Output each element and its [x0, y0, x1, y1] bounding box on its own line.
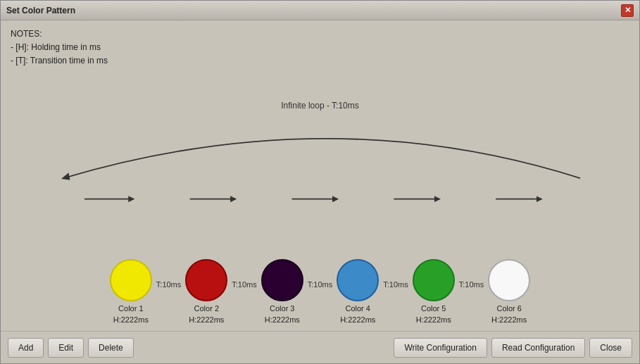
- notes-line2: - [T]: Transition time in ms: [11, 54, 629, 68]
- window-title: Set Color Pattern: [6, 6, 75, 15]
- color-2-circle: [185, 259, 227, 301]
- edit-button[interactable]: Edit: [48, 338, 84, 358]
- color-3-holding: H:2222ms: [265, 315, 300, 324]
- color-4-circle: [337, 259, 379, 301]
- color-2-item: Color 2 H:2222ms: [185, 259, 227, 324]
- close-button[interactable]: Close: [589, 338, 632, 358]
- transition-4-label: T:10ms: [383, 280, 408, 303]
- read-configuration-button[interactable]: Read Configuration: [491, 338, 585, 358]
- notes-section: NOTES: - [H]: Holding time in ms - [T]: …: [11, 27, 629, 68]
- loop-label: Infinite loop - T:10ms: [281, 101, 359, 111]
- color-5-item: Color 5 H:2222ms: [413, 259, 455, 324]
- color-2-label: Color 2: [194, 304, 219, 313]
- delete-button[interactable]: Delete: [88, 338, 134, 358]
- color-1-item: Color 1 H:2222ms: [110, 259, 152, 324]
- color-5-circle: [413, 259, 455, 301]
- title-bar: Set Color Pattern ✕: [1, 1, 639, 20]
- bottom-bar: Add Edit Delete Write Configuration Read…: [1, 331, 639, 363]
- transition-1-label: T:10ms: [156, 280, 181, 303]
- color-1-label: Color 1: [118, 304, 143, 313]
- main-window: Set Color Pattern ✕ NOTES: - [H]: Holdin…: [0, 0, 640, 364]
- transition-2-label: T:10ms: [232, 280, 256, 303]
- notes-header: NOTES:: [11, 27, 629, 41]
- color-6-circle: [488, 259, 530, 301]
- color-2-holding: H:2222ms: [189, 315, 224, 324]
- color-3-label: Color 3: [270, 304, 294, 313]
- color-5-label: Color 5: [421, 304, 446, 313]
- transition-5-label: T:10ms: [459, 280, 484, 303]
- color-5-holding: H:2222ms: [416, 315, 451, 324]
- color-3-item: Color 3 H:2222ms: [261, 259, 303, 324]
- notes-line1: - [H]: Holding time in ms: [11, 41, 629, 54]
- write-configuration-button[interactable]: Write Configuration: [394, 338, 487, 358]
- content-area: NOTES: - [H]: Holding time in ms - [T]: …: [1, 20, 639, 331]
- diagram-area: Infinite loop - T:10ms Color 1 H:2222ms …: [11, 74, 629, 324]
- color-6-holding: H:2222ms: [491, 315, 527, 324]
- color-6-label: Color 6: [496, 304, 521, 313]
- add-button[interactable]: Add: [8, 338, 44, 358]
- color-4-holding: H:2222ms: [340, 315, 375, 324]
- transition-3-label: T:10ms: [308, 280, 332, 303]
- color-4-item: Color 4 H:2222ms: [337, 259, 379, 324]
- color-4-label: Color 4: [346, 304, 370, 313]
- color-1-circle: [110, 259, 152, 301]
- color-3-circle: [261, 259, 303, 301]
- color-6-item: Color 6 H:2222ms: [488, 259, 530, 324]
- color-1-holding: H:2222ms: [113, 315, 149, 324]
- window-close-button[interactable]: ✕: [621, 4, 634, 17]
